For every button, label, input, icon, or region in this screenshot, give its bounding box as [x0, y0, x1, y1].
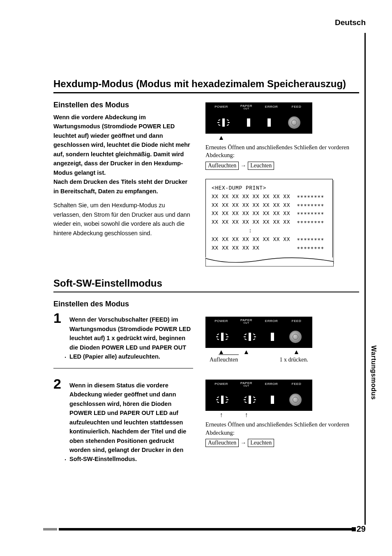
printout-stars: ∗∗∗∗∗∗∗∗	[297, 194, 325, 200]
label-error: ERROR	[259, 105, 284, 110]
printout-row: XX XX XX XX XX XX XX XX	[212, 236, 290, 243]
header-language: Deutsch	[335, 18, 366, 27]
paper-led-flashing-icon	[244, 331, 256, 343]
step-1: 1 . Wenn der Vorschubschalter (FEED) im …	[53, 312, 193, 368]
hexdump-printout: <HEX-DUMP PRINT> XX XX XX XX XX XX XX XX…	[205, 179, 333, 263]
feed-button-icon	[288, 116, 300, 129]
printout-last-hex: XX XX XX XX XX	[212, 245, 259, 251]
fig3-caption: Erneutes Öffnen und anschließendes Schli…	[205, 421, 359, 437]
footer-bar	[43, 528, 355, 531]
fig2-hint-right: 1 x drücken.	[279, 357, 308, 363]
label-out: OUT	[243, 108, 249, 110]
printout-row: XX XX XX XX XX XX XX XX	[212, 219, 290, 225]
label-power: POWER	[209, 105, 234, 110]
feed-button-icon	[289, 331, 302, 343]
side-tab-label: Wartungsmodus	[370, 345, 377, 400]
printout-stars: ∗∗∗∗∗∗∗∗	[297, 211, 325, 217]
label-out: OUT	[243, 385, 249, 387]
printout-stars: ∗∗∗∗∗∗∗∗	[297, 202, 325, 208]
para-hexdump-2: Schalten Sie, um den Hexdump-Modus zu ve…	[53, 201, 193, 238]
power-led-flashing-icon	[217, 116, 230, 129]
paper-led-flashing-icon	[244, 394, 256, 406]
fig1-states: Aufleuchten→Leuchten	[205, 162, 359, 170]
arrow-right-icon: →	[240, 162, 246, 169]
power-led-flashing-icon	[216, 331, 228, 343]
printout-title: <HEX-DUMP PRINT>	[212, 184, 327, 193]
label-feed: FEED	[284, 105, 309, 110]
printout-row: XX XX XX XX XX XX XX XX	[212, 211, 290, 217]
printout-row: XX XX XX XX XX XX XX XX	[212, 194, 290, 200]
subhead-einstellen-2: Einstellen des Modus	[53, 300, 359, 308]
page-number: 29	[357, 524, 366, 534]
para-hexdump-1b: Nach dem Drucken des Titels steht der Dr…	[53, 177, 193, 196]
led-panel-3: POWER PAPEROUT ERROR FEED ↑↑ Erneutes Öf…	[205, 380, 359, 447]
subhead-einstellen-1: Einstellen des Modus	[53, 101, 193, 109]
fig1-caption: Erneutes Öffnen und anschließendes Schli…	[205, 144, 359, 160]
label-error: ERROR	[259, 382, 284, 387]
step-2-number: 2	[53, 378, 61, 390]
label-feed: FEED	[284, 382, 309, 387]
para-hexdump-1: Wenn die vordere Abdeckung im Wartungsmo…	[53, 113, 193, 177]
footer-square-icon	[352, 527, 356, 531]
label-feed: FEED	[284, 319, 309, 324]
printout-stars: ∗∗∗∗∗∗∗∗	[297, 219, 325, 225]
paper-led-off-icon	[247, 118, 250, 127]
arrow-up-icon: ▲	[284, 349, 309, 355]
printout-stars: ∗∗∗∗∗∗∗∗	[297, 236, 325, 243]
error-led-off-icon	[271, 396, 274, 404]
paper-tear-icon	[205, 257, 333, 266]
step-2: 2 . Wenn in diesem Status die vordere Ab…	[53, 378, 193, 470]
section-title-hexdump: Hexdump-Modus (Modus mit hexadezimalem S…	[53, 78, 359, 93]
feed-button-icon	[289, 394, 302, 406]
error-led-off-icon	[271, 333, 274, 341]
arrow-up-icon: ↑	[209, 412, 234, 418]
state-to-3: Leuchten	[248, 439, 274, 447]
arrow-up-icon: ▲	[209, 134, 234, 141]
label-out: OUT	[243, 322, 249, 324]
label-power: POWER	[209, 382, 234, 387]
arrow-right-icon: →	[240, 440, 246, 446]
fig2-hint-left: Aufleuchten	[210, 357, 238, 363]
side-rule	[364, 33, 366, 525]
power-led-flashing-icon	[216, 394, 228, 406]
label-error: ERROR	[259, 319, 284, 324]
state-from-3: Aufleuchten	[205, 439, 239, 447]
error-led-off-icon	[267, 118, 271, 127]
section-title-softsw: Soft-SW-Einstellmodus	[53, 278, 359, 292]
printout-ellipsis: :	[212, 227, 327, 236]
page-content: Hexdump-Modus (Modus mit hexadezimalem S…	[53, 78, 359, 480]
led-panel-2: POWER PAPEROUT ERROR FEED ▲▲▲ Aufl	[205, 317, 359, 363]
step-2-text: Wenn in diesem Status die vordere Abdeck…	[69, 378, 193, 464]
state-to-1: Leuchten	[248, 162, 274, 170]
printout-row: XX XX XX XX XX XX XX XX	[212, 202, 290, 208]
step-1-text: Wenn der Vorschubschalter (FEED) im Wart…	[69, 312, 193, 361]
arrow-up-icon: ↑	[234, 412, 259, 418]
printout-stars: ∗∗∗∗∗∗∗∗	[297, 245, 325, 251]
state-from-1: Aufleuchten	[205, 162, 239, 170]
fig3-states: Aufleuchten→Leuchten	[205, 439, 359, 447]
step-1-number: 1	[53, 312, 61, 324]
label-power: POWER	[209, 319, 234, 324]
led-panel-1: POWER PAPEROUT ERROR FEED ▲ Erneutes Öff…	[205, 102, 359, 170]
